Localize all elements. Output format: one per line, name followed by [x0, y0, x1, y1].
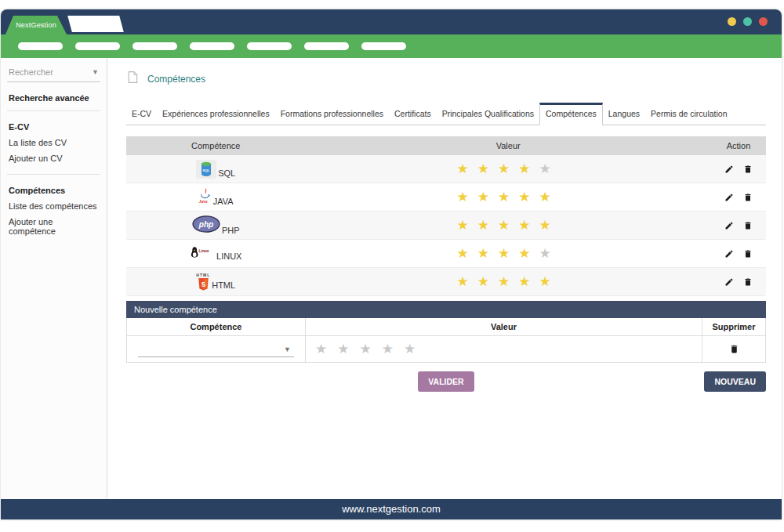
document-icon: [128, 71, 138, 87]
sidebar-item-cv-list[interactable]: La liste des CV: [9, 135, 99, 150]
nav-pill-item[interactable]: [132, 42, 177, 50]
brand-tab[interactable]: NextGestion: [5, 16, 67, 34]
traffic-light-green-icon[interactable]: [743, 17, 752, 26]
new-button[interactable]: NOUVEAU: [704, 371, 766, 392]
tab-formations[interactable]: Formations professionnelles: [275, 103, 389, 125]
star-filled-icon: ★: [518, 190, 539, 204]
skill-label: LINUX: [216, 252, 241, 262]
new-skill-row: ▼ ★★★★★: [127, 336, 765, 362]
star-filled-icon: ★: [518, 246, 539, 261]
rating-stars: ★★★★★: [457, 274, 560, 289]
tab-certificats[interactable]: Certificats: [389, 103, 437, 125]
nav-pill-item[interactable]: [75, 42, 120, 50]
star-empty-icon[interactable]: ★: [382, 342, 404, 356]
star-filled-icon: ★: [498, 246, 518, 261]
footer-bar: www.nextgestion.com: [1, 499, 782, 519]
star-filled-icon: ★: [477, 218, 498, 233]
star-filled-icon: ★: [498, 161, 518, 176]
star-filled-icon: ★: [477, 161, 498, 176]
traffic-lights: [728, 17, 768, 26]
delete-icon[interactable]: [743, 193, 753, 202]
rating-input-stars[interactable]: ★★★★★: [315, 341, 426, 357]
skill-label: JAVA: [213, 197, 234, 207]
svg-text:php: php: [198, 219, 214, 228]
sidebar: Rechercher ▼ Recherche avancée E-CV La l…: [1, 58, 107, 499]
app-window: NextGestion Rechercher ▼ Recherche avanc…: [1, 9, 782, 519]
table-row-sql: SQL SQL ★★★★★: [126, 155, 766, 183]
header-action: Action: [711, 141, 766, 150]
table-row-php: php PHP ★★★★★: [126, 212, 766, 240]
rating-stars: ★★★★★: [457, 218, 560, 233]
sidebar-divider: [7, 174, 100, 175]
star-empty-icon[interactable]: ★: [315, 342, 337, 356]
table-row-linux: Linux LINUX ★★★★★: [126, 240, 766, 268]
content-area: Rechercher ▼ Recherche avancée E-CV La l…: [1, 58, 782, 499]
table-row-html: HTML 5 HTML ★★★★★: [126, 268, 766, 296]
header-valeur: Valeur: [306, 318, 702, 335]
star-empty-icon[interactable]: ★: [404, 342, 426, 356]
header-supprimer: Supprimer: [702, 322, 765, 331]
new-skill-select[interactable]: ▼: [138, 342, 294, 357]
rating-stars: ★★★★★: [457, 190, 560, 204]
secondary-tab[interactable]: [67, 16, 124, 32]
delete-icon[interactable]: [729, 344, 739, 354]
skill-label: HTML: [212, 280, 235, 291]
star-filled-icon: ★: [477, 274, 498, 289]
nav-pill-item[interactable]: [247, 42, 292, 50]
edit-icon[interactable]: [724, 277, 734, 287]
skills-table: Compétence Valeur Action SQL SQL: [126, 136, 766, 296]
tab-permis[interactable]: Permis de circulation: [645, 103, 732, 125]
window-titlebar: NextGestion: [1, 9, 782, 34]
sidebar-item-add-cv[interactable]: Ajouter un CV: [9, 150, 99, 166]
sidebar-item-add-skill[interactable]: Ajouter une compétence: [9, 214, 99, 239]
star-filled-icon: ★: [498, 274, 518, 289]
nav-pill-item[interactable]: [361, 42, 406, 50]
tab-langues[interactable]: Langues: [603, 103, 645, 125]
edit-icon[interactable]: [724, 249, 734, 259]
svg-text:SQL: SQL: [203, 168, 210, 172]
rating-stars: ★★★★★: [457, 161, 560, 176]
footer-url: www.nextgestion.com: [342, 503, 441, 515]
star-filled-icon: ★: [457, 246, 477, 261]
star-empty-icon[interactable]: ★: [337, 342, 359, 356]
linux-tux-icon: Linux: [190, 246, 215, 262]
star-filled-icon: ★: [477, 190, 498, 204]
java-icon: Java: [198, 188, 212, 207]
sidebar-item-skill-list[interactable]: Liste des compétences: [9, 198, 99, 214]
sidebar-item-advanced-search[interactable]: Recherche avancée: [9, 93, 99, 103]
star-filled-icon: ★: [457, 161, 477, 176]
svg-text:Linux: Linux: [199, 249, 209, 253]
tab-qualifications[interactable]: Principales Qualifications: [437, 103, 539, 125]
edit-icon[interactable]: [724, 221, 734, 230]
delete-icon[interactable]: [743, 277, 753, 287]
tab-experiences[interactable]: Expériences professionnelles: [157, 103, 275, 125]
delete-icon[interactable]: [743, 165, 753, 174]
new-skill-table: Compétence Valeur Supprimer ▼ ★★★★★: [126, 318, 766, 363]
edit-icon[interactable]: [724, 193, 734, 202]
main-navbar: [1, 34, 782, 58]
nav-pill-item[interactable]: [190, 42, 234, 50]
nav-pill-item[interactable]: [304, 42, 349, 50]
main-panel: Compétences E-CV Expériences professionn…: [107, 58, 782, 499]
nav-pill-item[interactable]: [18, 42, 63, 50]
star-filled-icon: ★: [539, 190, 560, 204]
delete-icon[interactable]: [743, 221, 753, 230]
table-row-java: Java JAVA ★★★★★: [126, 183, 766, 212]
star-filled-icon: ★: [457, 274, 477, 289]
star-filled-icon: ★: [539, 274, 560, 289]
validate-button[interactable]: VALIDER: [418, 371, 474, 392]
traffic-light-yellow-icon[interactable]: [728, 17, 736, 26]
tab-ecv[interactable]: E-CV: [126, 103, 157, 125]
tab-competences[interactable]: Compétences: [539, 103, 603, 125]
star-filled-icon: ★: [518, 218, 539, 233]
star-empty-icon[interactable]: ★: [359, 342, 381, 356]
star-empty-icon: ★: [539, 161, 560, 176]
rating-stars: ★★★★★: [457, 246, 560, 261]
svg-text:5: 5: [201, 280, 205, 288]
header-competence: Compétence: [126, 141, 305, 150]
edit-icon[interactable]: [724, 165, 734, 174]
search-placeholder: Rechercher: [9, 67, 53, 77]
search-select[interactable]: Rechercher ▼: [7, 66, 100, 82]
delete-icon[interactable]: [743, 249, 753, 259]
traffic-light-red-icon[interactable]: [759, 17, 768, 26]
